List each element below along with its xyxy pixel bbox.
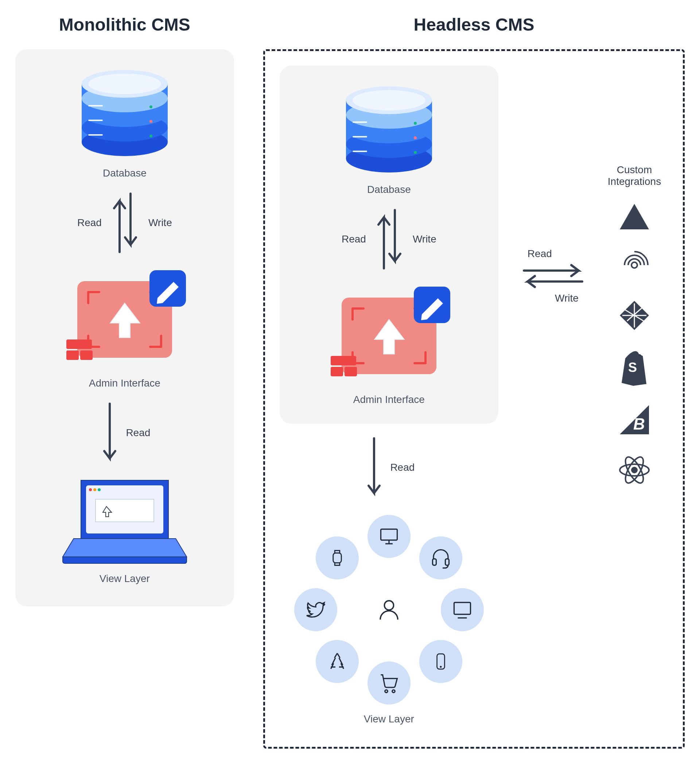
shopify-icon: S bbox=[618, 349, 651, 386]
svg-point-53 bbox=[632, 262, 637, 268]
integration-rw-arrows: Read Write bbox=[520, 248, 586, 304]
svg-rect-34 bbox=[353, 151, 367, 152]
svg-rect-15 bbox=[67, 340, 92, 349]
monolithic-rw-arrows: Read Write bbox=[77, 190, 172, 256]
headset-icon bbox=[419, 537, 462, 580]
cart-icon bbox=[368, 662, 410, 705]
svg-point-35 bbox=[414, 122, 417, 125]
bidirectional-arrow-icon bbox=[107, 190, 143, 256]
svg-rect-52 bbox=[333, 553, 342, 563]
desktop-icon bbox=[368, 515, 410, 558]
svg-point-31 bbox=[353, 90, 425, 110]
monolithic-admin-label: Admin Interface bbox=[89, 377, 160, 389]
phone-icon bbox=[419, 640, 462, 683]
svg-rect-8 bbox=[88, 105, 103, 107]
svg-rect-9 bbox=[88, 120, 103, 121]
svg-text:S: S bbox=[628, 360, 637, 375]
down-arrow-icon bbox=[363, 435, 385, 500]
monolithic-database-label: Database bbox=[103, 167, 147, 179]
headless-core: Database Read Write bbox=[280, 66, 498, 725]
svg-point-21 bbox=[93, 488, 96, 491]
svg-rect-32 bbox=[353, 122, 367, 123]
user-icon bbox=[373, 593, 405, 626]
admin-interface-icon bbox=[327, 283, 451, 385]
write-label: Write bbox=[413, 233, 437, 245]
monolithic-title: Monolithic CMS bbox=[59, 15, 190, 35]
headless-view-label: View Layer bbox=[364, 713, 414, 725]
netlify-icon bbox=[618, 299, 651, 332]
svg-rect-45 bbox=[432, 559, 436, 566]
svg-point-13 bbox=[150, 135, 152, 137]
svg-rect-33 bbox=[353, 136, 367, 137]
bigcommerce-icon: B bbox=[618, 403, 651, 436]
read-label: Read bbox=[342, 233, 366, 245]
svg-rect-16 bbox=[67, 350, 79, 360]
bidirectional-arrow-icon bbox=[371, 207, 408, 272]
integrations-title: Custom Integrations bbox=[608, 164, 661, 187]
integrations-list: S B bbox=[616, 202, 653, 487]
headless-title: Headless CMS bbox=[414, 15, 535, 35]
headless-admin-label: Admin Interface bbox=[353, 394, 425, 405]
svg-rect-39 bbox=[331, 356, 356, 365]
svg-point-11 bbox=[150, 105, 152, 108]
svg-point-36 bbox=[414, 137, 417, 139]
svg-rect-46 bbox=[445, 559, 449, 566]
svg-rect-40 bbox=[331, 367, 343, 376]
watch-icon bbox=[316, 537, 359, 580]
headless-rw-arrows: Read Write bbox=[342, 207, 437, 272]
write-label: Write bbox=[555, 292, 578, 304]
fingerprint-icon bbox=[618, 249, 651, 282]
svg-point-7 bbox=[88, 74, 161, 94]
appstore-icon bbox=[316, 640, 359, 683]
admin-interface-icon bbox=[63, 267, 187, 369]
svg-point-50 bbox=[385, 690, 388, 693]
monolithic-column: Monolithic CMS bbox=[15, 15, 234, 765]
headless-box: Database Read Write bbox=[263, 49, 685, 748]
svg-text:B: B bbox=[633, 415, 645, 433]
svg-point-22 bbox=[98, 488, 101, 491]
custom-integrations: Custom Integrations bbox=[608, 164, 661, 487]
vercel-icon bbox=[618, 202, 651, 231]
channels-ring bbox=[294, 515, 484, 705]
read-label: Read bbox=[390, 462, 415, 473]
laptop-icon bbox=[59, 477, 190, 564]
twitter-icon bbox=[294, 588, 337, 631]
svg-point-56 bbox=[632, 467, 637, 473]
monolithic-read-arrow: Read bbox=[99, 400, 150, 466]
monolithic-view-label: View Layer bbox=[100, 573, 150, 585]
bidirectional-horizontal-arrow-icon bbox=[520, 260, 586, 292]
diagram-canvas: Monolithic CMS bbox=[0, 0, 700, 780]
headless-database-label: Database bbox=[367, 184, 411, 195]
svg-point-51 bbox=[392, 690, 395, 693]
down-arrow-icon bbox=[99, 400, 121, 466]
read-label: Read bbox=[77, 217, 102, 228]
svg-rect-44 bbox=[381, 529, 397, 540]
monitor-icon bbox=[441, 588, 484, 631]
svg-rect-10 bbox=[88, 134, 103, 136]
headless-column: Headless CMS bbox=[263, 15, 685, 765]
monolithic-box: Database Read Write bbox=[15, 49, 234, 607]
database-icon bbox=[334, 80, 444, 175]
database-icon bbox=[70, 64, 179, 158]
read-label: Read bbox=[126, 427, 150, 439]
write-label: Write bbox=[148, 217, 172, 228]
read-label: Read bbox=[528, 248, 552, 260]
svg-point-43 bbox=[384, 601, 393, 610]
svg-point-49 bbox=[440, 666, 442, 667]
svg-point-37 bbox=[414, 151, 417, 154]
svg-point-12 bbox=[150, 120, 152, 123]
react-icon bbox=[616, 453, 653, 487]
svg-rect-41 bbox=[345, 367, 357, 376]
svg-point-20 bbox=[89, 488, 92, 491]
headless-read-arrow: Read bbox=[363, 435, 415, 500]
headless-admin-db-box: Database Read Write bbox=[280, 66, 498, 424]
svg-rect-47 bbox=[454, 602, 470, 615]
svg-rect-17 bbox=[80, 350, 93, 360]
